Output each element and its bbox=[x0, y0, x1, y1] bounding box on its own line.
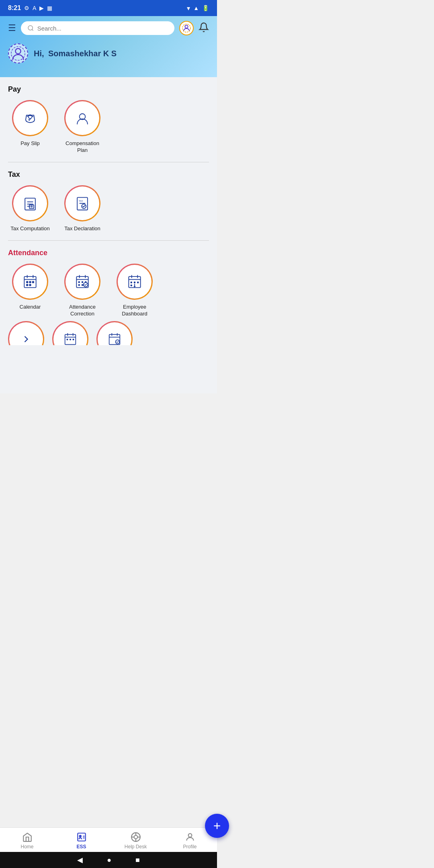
tax-title: Tax bbox=[8, 170, 209, 179]
settings-icon: ⚙ bbox=[24, 5, 29, 11]
text-icon: A bbox=[33, 5, 36, 11]
svg-point-42 bbox=[131, 282, 132, 283]
pay-slip-button[interactable]: Pay Slip bbox=[8, 100, 52, 154]
svg-point-35 bbox=[78, 285, 80, 286]
attendance-title: Attendance bbox=[8, 249, 209, 257]
notification-bell[interactable] bbox=[199, 22, 209, 34]
compensation-plan-label: Compensation Plan bbox=[60, 140, 104, 154]
search-icon bbox=[27, 25, 34, 32]
user-avatar-button[interactable] bbox=[179, 21, 194, 35]
status-bar: 8:21 ⚙ A ▶ ▦ ▾ ▲ 🔋 bbox=[0, 0, 217, 16]
signal-icon: ▲ bbox=[193, 5, 199, 11]
tax-computation-label: Tax Computation bbox=[10, 225, 50, 232]
svg-point-50 bbox=[67, 339, 68, 340]
compensation-plan-button[interactable]: Compensation Plan bbox=[60, 100, 104, 154]
menu-button[interactable]: ☰ bbox=[8, 24, 16, 33]
card-icon: ▦ bbox=[47, 5, 52, 11]
svg-point-52 bbox=[73, 339, 74, 340]
pay-slip-label: Pay Slip bbox=[20, 140, 40, 147]
tax-declaration-icon-circle: TAX bbox=[64, 185, 100, 221]
svg-point-44 bbox=[137, 282, 139, 283]
svg-point-45 bbox=[131, 285, 132, 286]
svg-point-24 bbox=[29, 281, 31, 283]
main-content: Pay Pay Slip bbox=[0, 77, 217, 393]
employee-dashboard-label: Employee Dashboard bbox=[113, 304, 157, 317]
attendance-correction-icon-circle bbox=[64, 264, 100, 300]
attendance-correction-label: Attendance Correction bbox=[60, 304, 104, 317]
greeting-section: Hi, Somashekhar K S bbox=[8, 42, 209, 65]
search-input[interactable] bbox=[37, 25, 168, 32]
attendance-section: Attendance Calendar bbox=[8, 249, 209, 346]
tax-declaration-button[interactable]: TAX Tax Declaration bbox=[60, 185, 104, 232]
compensation-icon-circle bbox=[64, 100, 100, 136]
greeting-avatar bbox=[8, 43, 28, 63]
pay-section: Pay Pay Slip bbox=[8, 85, 209, 154]
svg-point-33 bbox=[82, 281, 83, 283]
greeting-username: Somashekhar K S bbox=[48, 49, 117, 58]
calendar-label: Calendar bbox=[20, 304, 41, 311]
tax-section: Tax Tax Computation bbox=[8, 170, 209, 232]
pay-divider bbox=[8, 162, 209, 162]
attendance-correction-button[interactable]: Attendance Correction bbox=[60, 264, 104, 317]
svg-point-4 bbox=[15, 49, 20, 54]
partial-icons-row bbox=[8, 321, 209, 345]
pay-title: Pay bbox=[8, 85, 209, 94]
svg-point-25 bbox=[33, 281, 34, 283]
svg-point-43 bbox=[134, 282, 135, 283]
calendar-icon-circle bbox=[12, 264, 48, 300]
header: ☰ bbox=[0, 16, 217, 77]
greeting-hi: Hi, bbox=[34, 49, 44, 58]
calendar-button[interactable]: Calendar bbox=[8, 264, 52, 317]
svg-line-1 bbox=[32, 29, 33, 31]
search-bar[interactable] bbox=[21, 21, 174, 35]
status-time: 8:21 bbox=[8, 4, 21, 12]
employee-dashboard-icon-circle bbox=[117, 264, 153, 300]
tax-computation-button[interactable]: Tax Computation bbox=[8, 185, 52, 232]
shield-icon: ▶ bbox=[39, 5, 44, 11]
tax-divider bbox=[8, 240, 209, 241]
svg-point-2 bbox=[185, 25, 188, 28]
pay-slip-icon-circle bbox=[12, 100, 48, 136]
tax-computation-icon-circle bbox=[12, 185, 48, 221]
employee-dashboard-button[interactable]: Employee Dashboard bbox=[113, 264, 157, 317]
svg-text:TAX: TAX bbox=[79, 200, 83, 202]
wifi-icon: ▾ bbox=[187, 4, 190, 12]
svg-point-32 bbox=[78, 281, 80, 283]
svg-point-23 bbox=[27, 281, 28, 283]
svg-point-0 bbox=[28, 26, 33, 30]
tax-declaration-label: Tax Declaration bbox=[64, 225, 100, 232]
svg-point-36 bbox=[82, 285, 83, 286]
battery-icon: 🔋 bbox=[202, 5, 209, 11]
svg-point-27 bbox=[29, 284, 31, 286]
svg-point-26 bbox=[27, 284, 28, 286]
svg-point-51 bbox=[70, 339, 71, 340]
